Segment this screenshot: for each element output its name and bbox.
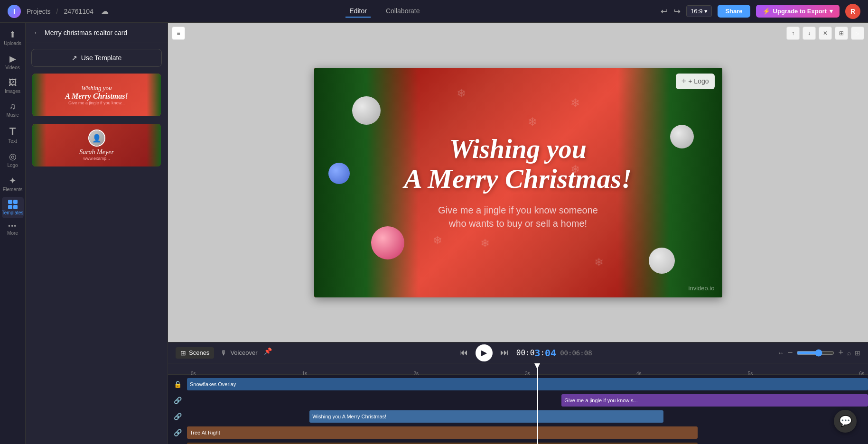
pin-button[interactable]: 📌: [264, 347, 272, 359]
app-logo[interactable]: I: [8, 5, 21, 18]
timeline-tracks: 🔒 Snowflakes Overlay 🔗 Give me a jing: [168, 375, 868, 444]
timeline-right-controls: ↔ − + ⌕ ⊞: [777, 348, 860, 358]
topbar: I Projects / 24761104 ☁ Editor Collabora…: [0, 0, 868, 23]
ruler-1s: 1s: [302, 371, 308, 376]
track-content-wishing: Wishing you A Merry Christmas!: [187, 410, 868, 423]
skip-back-button[interactable]: ⏮: [457, 346, 470, 360]
search-timeline-button[interactable]: ⌕: [847, 349, 851, 357]
play-icon: ▶: [481, 348, 487, 357]
track-link-icon-3[interactable]: 🔗: [172, 429, 183, 436]
sidebar-item-uploads[interactable]: ⬆ Uploads: [2, 27, 24, 49]
track-link-icon-1[interactable]: 🔗: [172, 397, 183, 404]
track-link-icon-2[interactable]: 🔗: [172, 413, 183, 420]
clip-tree-right[interactable]: Tree At Right: [187, 426, 698, 439]
time-prefix: 00:0: [516, 348, 535, 357]
sidebar-item-more[interactable]: ••• More: [2, 220, 24, 239]
upload-right-button[interactable]: ↑: [786, 27, 800, 40]
sidebar-item-images[interactable]: 🖼 Images: [2, 75, 24, 97]
clip-snowflakes-overlay[interactable]: Snowflakes Overlay: [187, 378, 868, 390]
track-content-jingle: Give me a jingle if you know s...: [187, 394, 868, 407]
timeline-tabs: ⊞ Scenes 🎙 Voiceover 📌: [176, 347, 272, 359]
voiceover-icon: 🎙: [221, 349, 227, 357]
playback-time: 00:03:04 00:06:08: [516, 347, 592, 359]
chat-button[interactable]: 💬: [834, 410, 857, 433]
playback-controls: ⏮ ▶ ⏭ 00:03:04 00:06:08: [457, 344, 592, 361]
zoom-out-button[interactable]: −: [788, 348, 793, 358]
ruler-5s: 5s: [748, 371, 753, 376]
track-row-wishing: 🔗 Wishing you A Merry Christmas!: [168, 409, 868, 424]
canvas-main-text2[interactable]: A Merry Christmas!: [404, 164, 632, 194]
panel-title: Merry christmas realtor card: [45, 29, 127, 37]
projects-link[interactable]: Projects: [27, 8, 51, 15]
more-icon: •••: [8, 223, 17, 230]
tab-editor[interactable]: Editor: [345, 5, 371, 18]
logo-icon: ◎: [9, 151, 17, 162]
fit-button[interactable]: ↔: [777, 349, 784, 357]
zoom-in-button[interactable]: +: [838, 348, 843, 358]
delete-right-button[interactable]: ✕: [819, 27, 832, 40]
canvas-sub-text1[interactable]: Give me a jingle if you know someone: [438, 204, 598, 217]
clip-wishing[interactable]: Wishing you A Merry Christmas!: [309, 410, 663, 423]
track-content-snowflakes: Snowflakes Overlay: [187, 378, 868, 390]
upgrade-icon: ⚡: [763, 8, 770, 15]
uploads-icon: ⬆: [9, 29, 16, 40]
thumb-canvas-1: Wishing you A Merry Christmas! Give me a…: [32, 74, 161, 116]
ruler-6s: 6s: [859, 371, 864, 376]
align-tool-button[interactable]: ≡: [172, 27, 185, 40]
template-thumb-2[interactable]: 👤 Sarah Meyer www.examp...: [31, 123, 162, 167]
timeline-controls-bar: ⊞ Scenes 🎙 Voiceover 📌 ⏮ ▶ ⏭: [168, 342, 868, 363]
grid-right-button[interactable]: ⊞: [835, 27, 848, 40]
tab-voiceover[interactable]: 🎙 Voiceover: [216, 347, 262, 359]
watermark: invideo.io: [689, 285, 715, 292]
use-template-button[interactable]: ↗ Use Template: [31, 49, 162, 67]
aspect-ratio-selector[interactable]: 16:9 ▾: [686, 5, 712, 17]
tab-collaborate[interactable]: Collaborate: [382, 5, 424, 18]
sidebar-item-templates[interactable]: Templates: [2, 197, 24, 218]
upgrade-button[interactable]: ⚡ Upgrade to Export ▾: [756, 5, 840, 18]
templates-grid-icon: [8, 200, 18, 209]
track-lock-icon[interactable]: 🔒: [172, 380, 183, 388]
collapse-right-button[interactable]: ▷: [851, 27, 864, 40]
images-icon: 🖼: [9, 78, 17, 88]
clip-jingle[interactable]: Give me a jingle if you know s...: [561, 394, 868, 407]
sidebar-item-logo[interactable]: ◎ Logo: [2, 148, 24, 171]
tab-scenes[interactable]: ⊞ Scenes: [176, 347, 214, 359]
thumb-tree-right: [147, 74, 161, 116]
play-button[interactable]: ▶: [476, 344, 493, 361]
text-icon: T: [9, 125, 16, 138]
sidebar: ⬆ Uploads ▶ Videos 🖼 Images ♫ Music T Te…: [0, 23, 26, 444]
sidebar-item-videos[interactable]: ▶ Videos: [2, 51, 24, 73]
ruler-labels: 0s 1s 2s 3s 4s 5s 6s: [191, 371, 864, 376]
grid-timeline-button[interactable]: ⊞: [855, 349, 860, 357]
video-canvas-wrapper: ❄ ❄ ❄ ❄ ❄ ❄ ❄ + + Logo Wishing you A Mer…: [168, 23, 868, 342]
canvas-area: ≡ ↑ ↓ ✕ ⊞ ▷ ❄ ❄: [168, 23, 868, 444]
sidebar-item-text[interactable]: T Text: [2, 122, 24, 147]
zoom-slider[interactable]: [796, 349, 834, 357]
breadcrumb-sep: /: [56, 8, 58, 15]
thumb-canvas-2: 👤 Sarah Meyer www.examp...: [32, 124, 161, 166]
undo-button[interactable]: ↩: [661, 6, 668, 17]
playhead-marker: [534, 363, 540, 369]
timeline-ruler: 0s 1s 2s 3s 4s 5s 6s: [168, 363, 868, 375]
time-current-frame: 04: [545, 347, 556, 359]
ruler-0s: 0s: [191, 371, 196, 376]
left-panel: ← Merry christmas realtor card ↗ Use Tem…: [26, 23, 168, 444]
download-right-button[interactable]: ↓: [803, 27, 816, 40]
canvas-sub-text2[interactable]: who wants to buy or sell a home!: [449, 217, 587, 230]
back-button[interactable]: ←: [33, 28, 41, 37]
sidebar-item-music[interactable]: ♫ Music: [2, 99, 24, 120]
share-button[interactable]: Share: [718, 5, 750, 18]
template-thumb-1[interactable]: Wishing you A Merry Christmas! Give me a…: [31, 73, 162, 117]
redo-button[interactable]: ↪: [673, 6, 681, 17]
elements-icon: ✦: [9, 176, 16, 186]
time-current-sec: 3: [534, 347, 540, 359]
skip-forward-button[interactable]: ⏭: [498, 346, 511, 360]
thumb2-tree-left: [32, 124, 47, 166]
canvas-toolbar: ≡: [172, 27, 185, 40]
sidebar-item-elements[interactable]: ✦ Elements: [2, 173, 24, 195]
track-row-jingle: 🔗 Give me a jingle if you know s...: [168, 393, 868, 408]
thumb2-tree-right: [147, 124, 161, 166]
user-avatar[interactable]: R: [845, 4, 860, 19]
panel-header: ← Merry christmas realtor card: [26, 23, 168, 43]
canvas-main-text1[interactable]: Wishing you: [449, 135, 587, 164]
